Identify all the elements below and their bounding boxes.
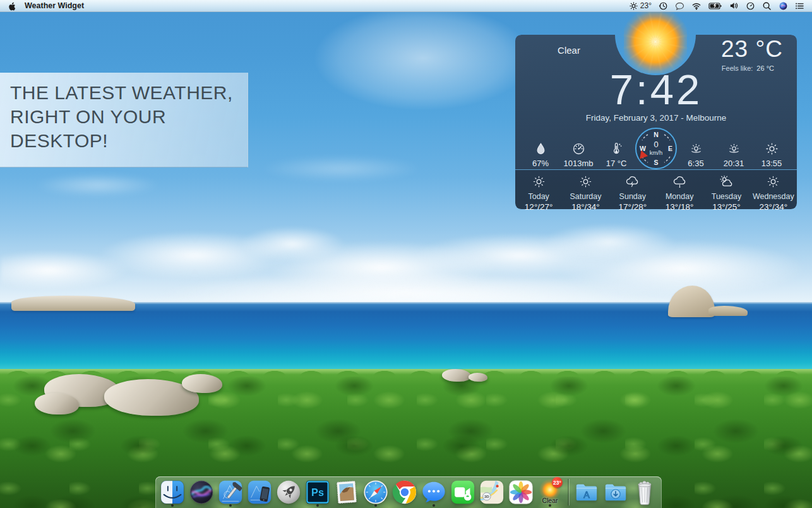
dock-item-xcode-device[interactable] — [246, 477, 273, 507]
status-notification-center[interactable] — [795, 0, 804, 12]
svg-text:A: A — [583, 490, 590, 500]
status-weather-label: 23° — [640, 1, 652, 10]
desktop: Weather Widget 23° THE LATEST WEATHER, R… — [0, 0, 812, 508]
sun-icon — [531, 174, 547, 189]
rocks — [182, 374, 222, 393]
status-battery[interactable] — [708, 0, 722, 12]
status-volume[interactable] — [729, 0, 739, 12]
menubar-sun-icon — [629, 1, 638, 11]
maps-icon: 3D — [479, 479, 505, 505]
dock-item-applications-folder[interactable]: A — [573, 477, 600, 507]
forecast-tuesday: Tuesday13°/25° — [703, 170, 749, 209]
clock-icon — [746, 1, 755, 11]
running-indicator-dot — [171, 504, 174, 507]
volume-icon — [729, 1, 739, 10]
running-indicator-dot — [433, 504, 435, 507]
dock-item-photoshop[interactable]: Ps — [304, 477, 331, 507]
dock-item-messages[interactable] — [420, 477, 448, 507]
facetime-icon — [450, 479, 476, 505]
status-chat[interactable] — [675, 0, 684, 12]
sunrise-icon — [689, 142, 703, 156]
forecast-temps: 13°/25° — [712, 202, 741, 212]
stat-humidity-value: 67% — [532, 159, 549, 168]
forecast-day-label: Sunday — [619, 192, 646, 201]
running-indicator-dot — [549, 504, 551, 507]
dock-item-launchpad[interactable] — [275, 477, 302, 507]
chrome-icon — [391, 479, 418, 505]
stat-sunset-value: 20:31 — [724, 159, 744, 168]
sun-icon — [578, 174, 594, 189]
stat-sunset: 20:31 — [716, 142, 751, 169]
apple-menu[interactable] — [8, 1, 16, 11]
wifi-icon — [691, 1, 702, 11]
forecast-temps: 13°/18° — [666, 202, 694, 212]
dock-item-facetime[interactable] — [449, 477, 477, 507]
stat-pressure-value: 1013mb — [564, 159, 594, 168]
forecast-day-label: Wednesday — [753, 192, 794, 201]
storm-icon — [624, 174, 640, 189]
rocks — [442, 369, 471, 382]
menu-bar-app-name[interactable]: Weather Widget — [25, 1, 84, 10]
current-temperature: 23 °C — [721, 36, 783, 63]
photoshop-icon: Ps — [304, 479, 331, 505]
dock-item-siri[interactable] — [188, 477, 215, 507]
launchpad-icon — [275, 479, 302, 505]
running-indicator-dot — [374, 504, 377, 507]
list-bullets-icon — [795, 2, 804, 10]
pressure-icon — [571, 142, 586, 156]
dock-item-mail[interactable] — [333, 477, 361, 507]
forecast-row: Today12°/27°Saturday18°/34°Sunday17°/28°… — [515, 170, 797, 209]
dock-item-xcode[interactable] — [217, 477, 244, 507]
status-siri[interactable] — [779, 0, 788, 12]
dock-item-downloads-folder[interactable] — [602, 477, 630, 507]
condition-label: Clear — [539, 45, 599, 56]
finder-icon — [159, 479, 186, 505]
promo-banner: THE LATEST WEATHER, RIGHT ON YOUR DESKTO… — [0, 73, 248, 167]
siri-icon — [188, 479, 215, 505]
sun-icon — [765, 174, 781, 189]
forecast-temps: 12°/27° — [525, 202, 553, 212]
status-weather[interactable]: 23° — [629, 0, 652, 12]
dock-item-weather-widget[interactable]: 23°Clear — [536, 477, 564, 507]
dock-badge: 23° — [552, 477, 563, 488]
forecast-day-label: Monday — [666, 192, 693, 201]
status-timer[interactable] — [746, 0, 755, 12]
xcode-icon — [217, 479, 244, 505]
stat-sunrise-value: 6:35 — [688, 159, 703, 168]
dock-item-finder[interactable] — [158, 477, 186, 507]
thermometer-icon — [609, 142, 624, 156]
stat-temperature: 17 °C — [599, 142, 634, 169]
photos-icon — [508, 479, 534, 505]
chat-bubble-icon — [675, 1, 684, 11]
forecast-today: Today12°/27° — [515, 170, 562, 209]
dock-item-trash[interactable] — [631, 477, 659, 507]
status-wifi[interactable] — [691, 0, 702, 12]
forecast-temps: 18°/34° — [571, 202, 600, 212]
stat-temperature-value: 17 °C — [606, 159, 627, 168]
dock-item-safari[interactable] — [362, 477, 390, 507]
rocks — [35, 393, 79, 414]
forecast-wednesday: Wednesday23°/34° — [750, 170, 797, 209]
weather-widget[interactable]: Clear 23 °C Feels like:26 °C 7:42 Friday… — [515, 35, 797, 209]
status-time-machine[interactable] — [659, 0, 668, 12]
folder-a-icon: A — [573, 479, 600, 505]
dock-item-maps[interactable]: 3D — [478, 477, 506, 507]
running-indicator-dot — [229, 504, 232, 507]
rocks — [469, 373, 487, 382]
stat-sunrise: 6:35 — [678, 142, 713, 169]
trash-icon — [631, 479, 658, 505]
forecast-temps: 17°/28° — [619, 202, 647, 212]
dock: Ps3D23°ClearA — [155, 476, 662, 508]
menu-bar: Weather Widget 23° — [0, 0, 812, 12]
messages-icon — [421, 479, 447, 505]
wind-compass: N E S W 0 km/h — [634, 126, 678, 171]
safari-icon — [362, 479, 389, 505]
status-spotlight[interactable] — [762, 0, 772, 12]
apple-logo-icon — [8, 1, 16, 11]
date-location: Friday, February 3, 2017 - Melbourne — [515, 113, 797, 123]
dock-item-label: Clear — [542, 497, 558, 504]
dock-item-chrome[interactable] — [391, 477, 419, 507]
dock-item-photos[interactable] — [507, 477, 535, 507]
island-right-tail — [708, 306, 748, 316]
forecast-monday: Monday13°/18° — [656, 170, 703, 209]
